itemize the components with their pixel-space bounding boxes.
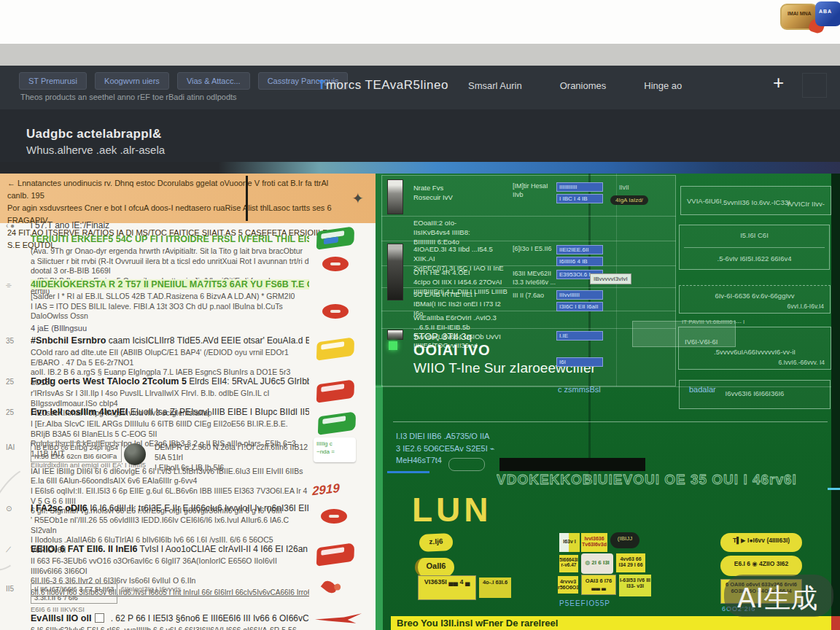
result-title-link[interactable]: Fodlg oerts West TAloclo 2TcoIum 5 Elrds…: [31, 376, 309, 386]
result-title-bold: l FA2sc oDII6: [31, 503, 88, 513]
result-gutter-label: II5: [6, 585, 14, 593]
menu-item-smart[interactable]: Smsarl Aurin: [468, 80, 522, 91]
page-title: Uadgbc actelabrappl&: [26, 127, 162, 141]
yellow-badge[interactable]: 4rvvv3 r56O6O3I: [558, 576, 578, 594]
page-subtitle: Whus.alherve .aek .alr-asela: [26, 144, 165, 156]
blue-field[interactable]: IIEI2IEE.6II: [556, 245, 603, 254]
main-navbar: ST Premurusi Koogwvrn uiers Vias & Attac…: [0, 66, 840, 109]
result-title-link[interactable]: EEIIOI 6 FAT EII6. II InEI6 TvIsI I Aoo1…: [31, 544, 309, 554]
yellow-badge[interactable]: OaII6: [415, 558, 454, 577]
result-title-link[interactable]: TERIUITI ERKEEF5 54C UP FI I ITROIDRE FR…: [31, 234, 309, 244]
result-title-rest: TvIsI I Aoo1oCLIAE cIrAvII-II 4 I66 EI I…: [137, 544, 309, 554]
blue-ribbon-badge-icon[interactable]: ABA: [815, 1, 840, 26]
nav-ghost-square[interactable]: [802, 73, 827, 98]
sparkle-icon: ✦: [351, 190, 364, 207]
yellow-flag-icon: [316, 337, 354, 361]
blue-field[interactable]: I6IIIII6 4 IB: [556, 257, 603, 266]
dark-tag-pill[interactable]: 4IgA IaIzd/: [610, 195, 648, 205]
red-plane-icon: [315, 612, 362, 624]
result-title-bold: #Snbchil Esrnbro: [31, 335, 106, 346]
row-center-cell: [IM]tir HesaI IIvb: [513, 182, 558, 199]
stop-line-2: OOIAI IVO: [413, 342, 491, 359]
nav-pill-recommended[interactable]: Koogwvrn uiers: [95, 72, 169, 90]
mid-caption[interactable]: P5EEFIO55P: [559, 599, 610, 607]
result-title-bold: Fodlg oerts West TAloclo 2TcoIum 5: [31, 376, 187, 386]
red-bird-icon: [321, 578, 338, 595]
blue-field[interactable]: I3I6C I EII I6aII: [556, 302, 603, 311]
blue-field[interactable]: IIIvvIIIIII: [556, 290, 603, 300]
yellow-badge[interactable]: OAI3 6 I76 ▃▃ ▃: [581, 575, 616, 595]
handwritten-mark: 2919: [312, 481, 340, 499]
result-title-link[interactable]: 4IIDEKIOKERSTA R 2 T57 II PNEIIUL MA7IT5…: [31, 279, 309, 289]
yellow-badge[interactable]: z.Ij6: [419, 533, 454, 552]
blue-field[interactable]: I.IE: [556, 331, 603, 341]
result-sublink[interactable]: 4 jaE (BIllngsuu: [31, 324, 309, 332]
card-footer-text: 6.IvvI6.-66vvv. I4: [778, 359, 825, 366]
nav-pill-premium[interactable]: ST Premurusi: [19, 72, 87, 90]
yellow-badge[interactable]: IvvI3636 Tv63I6v3d: [581, 533, 607, 552]
panel-link[interactable]: c zsmmsBsl: [558, 385, 601, 394]
yellow-badge[interactable]: VI3635I ▄▄ 4 ▄: [418, 575, 476, 600]
column-divider-dark: [588, 174, 591, 480]
panel-link[interactable]: badalar: [689, 385, 716, 394]
gradient-divider: [0, 162, 840, 174]
side-card: I6vv63I6 I6I66I36I6: [679, 380, 831, 409]
yellow-badge[interactable]: 4vv63 66 I34 29 I 66: [616, 553, 645, 572]
top-bar: IMAI MNA ABA: [0, 0, 840, 44]
blue-field[interactable]: IIIIIIIIIII: [556, 182, 603, 192]
add-button[interactable]: +: [773, 71, 784, 94]
panel-left-edge-bright: [376, 385, 383, 630]
bottom-yellow-bar: Breo You I3Il.insl wFner De rarelreel: [391, 616, 831, 630]
blue-field[interactable]: I IBC I 4 IB: [556, 194, 603, 203]
ghost-button[interactable]: [448, 458, 485, 471]
row-field-group: IIEI2IEE.6II I6IIIII6 4 IB: [556, 245, 603, 268]
red-oval-icon: [321, 509, 347, 524]
yellow-badge[interactable]: E6.I 6 ◉ 4ZIIO 3I62: [720, 556, 802, 576]
card-center-text: 6Iv-6I-6636 6v.6v-66ggIvv: [680, 292, 830, 300]
secondary-bar: [0, 44, 840, 66]
card-bottom-text: .5-6vIv I6I5I.I622 66I6v4: [680, 254, 829, 262]
gold-badge-icon[interactable]: IMAI MNA: [780, 4, 818, 30]
brand-text: morcs TEAvaR5lineo: [326, 78, 448, 92]
menu-item-categories[interactable]: Oraniomes: [560, 80, 607, 91]
result-title-link[interactable]: #Snbchil Esrnbro caam IcisICLIIrr8 TIdE5…: [31, 335, 309, 346]
result-quote-box: I/ II6.I6T/I66I6 3 F7.5I II63 3.3I.I.II …: [31, 583, 117, 604]
yellow-badge[interactable]: I-63I53 IV6 III I33- v3I: [619, 575, 651, 596]
text-cursor: [246, 176, 248, 221]
checkbox[interactable]: [95, 613, 104, 623]
nav-menu: Smsarl Aurin Oraniomes Hinge ao: [468, 80, 682, 91]
row-field-group: IIIvvIIIIII I3I6C I EII I6aII: [556, 290, 603, 314]
nav-pill-visit[interactable]: Vias & Attacc...: [177, 72, 250, 90]
side-card: I5.I6I C6I .5-6vIv I6I5I.I622 66I6v4: [679, 225, 830, 270]
avatar[interactable]: [124, 443, 146, 465]
result-title-link[interactable]: Evn IeII cosIIIm 4IcvIEI EIuoII Isa Zi P…: [31, 407, 309, 417]
yellow-badge[interactable]: 5I66643I r-v6.47: [559, 555, 578, 572]
outline-headline: VDOKEKKOBIUIEVOUI OE 35 OUI I 46rv6I: [497, 472, 839, 488]
card-header-text: IT PAVIII VI.6IbIIIII6 I--- I: [682, 319, 744, 325]
ai-watermark-text: AI生成: [737, 580, 817, 617]
result-title-link[interactable]: EvAIIIsI IIO oII . 62 P 66 I IE5I3 §6no6…: [31, 613, 309, 623]
menu-item-image[interactable]: Hinge ao: [644, 80, 682, 91]
red-flag-icon: [316, 542, 354, 567]
lun-logo: LUN: [412, 490, 492, 529]
result-title-rest: caam IcisICLIIrr8 TIdE5.AVd EEIE otsar' …: [106, 335, 310, 346]
blue-field[interactable]: I6I: [556, 357, 603, 367]
result-title-link[interactable]: l FA2sc oDII6 I6 I6.6dIII II: tr6I3E E I…: [31, 503, 309, 513]
circle-badge[interactable]: ◍ 2I 6 I3I: [581, 553, 613, 574]
nav-pill-group: ST Premurusi Koogwvrn uiers Vias & Attac…: [19, 72, 348, 90]
black-bar: [499, 458, 645, 471]
brand-initial: T: [318, 78, 326, 92]
yellow-badge[interactable]: I63v I: [559, 533, 580, 552]
yellow-badge[interactable]: 4o-.I 63I.6: [479, 578, 511, 598]
white-field[interactable]: IBvvvvvI3vIvI: [590, 273, 631, 284]
row-field-group: IIIIIIIIIII I IBC I 4 IB: [556, 182, 603, 206]
brand-logo[interactable]: Tmorcs TEAvaR5lineo: [318, 78, 448, 93]
yellow-badge[interactable]: T▌▶ I●I6vv (4IIII63I): [720, 533, 802, 552]
search-result: II5 I/ II6.I6T/I66I6 3 F7.5I II63 3.3I.I…: [31, 583, 309, 630]
green-overlay-panel: Nrate Fvs Rosecuir IvV [IM]tir HesaI IIv…: [376, 174, 840, 630]
dark-pill-badge[interactable]: (IBIJJ: [610, 532, 639, 548]
result-quote-box: IB EIBD c6 EIIDg 24pI Ig54 Iv.5o EIc6 62…: [31, 442, 122, 462]
result-title-rest: EIuoII Isa Zi PEIsovI IIIB EIBE I BIupc …: [128, 407, 309, 417]
stop-line-1: 5TOP, 3TII.3q: [413, 331, 472, 342]
card-top-text: I5.I6I C6I: [680, 231, 829, 239]
